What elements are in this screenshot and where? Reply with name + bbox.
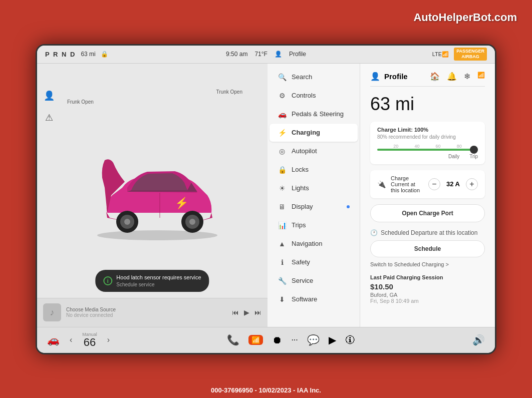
prnd-display: P R N D bbox=[45, 51, 76, 58]
menu-display-label: Display bbox=[292, 203, 313, 210]
header-icons: 🏠 🔔 ❄ 📶 bbox=[430, 72, 485, 81]
lights-icon: ☀ bbox=[278, 184, 287, 192]
charge-slider-track[interactable] bbox=[377, 149, 478, 151]
snowflake-icon[interactable]: ❄ bbox=[464, 72, 470, 81]
prev-speed-arrow[interactable]: ‹ bbox=[70, 335, 72, 344]
next-speed-arrow[interactable]: › bbox=[107, 335, 110, 344]
profile-person-icon: 👤 bbox=[370, 72, 380, 81]
menu-trips-label: Trips bbox=[292, 221, 306, 229]
pedals-icon: 🚗 bbox=[278, 110, 287, 118]
play-button[interactable]: ▶ bbox=[244, 308, 249, 316]
menu-software[interactable]: ⬇ Software bbox=[270, 290, 358, 308]
menu-lights-label: Lights bbox=[292, 184, 309, 192]
media-info: Choose Media Source No device connected bbox=[66, 307, 227, 318]
profile-header-title: Profile bbox=[384, 72, 426, 81]
charge-current-value: 32 A bbox=[446, 180, 460, 188]
info-icon[interactable]: 🛈 bbox=[345, 335, 355, 345]
plug-icon: 🔌 bbox=[377, 180, 386, 188]
charge-limit-subtitle: 80% recommended for daily driving bbox=[377, 134, 478, 140]
menu-autopilot-label: Autopilot bbox=[292, 147, 317, 155]
menu-autopilot[interactable]: ◎ Autopilot bbox=[270, 142, 358, 160]
speed-value: 66 bbox=[84, 337, 96, 348]
menu-navigation-label: Navigation bbox=[292, 240, 322, 247]
menu-trips[interactable]: 📊 Trips bbox=[270, 216, 358, 234]
scheduled-title-text: Scheduled Departure at this location bbox=[381, 229, 477, 236]
menu-safety[interactable]: ℹ Safety bbox=[270, 253, 358, 271]
taskbar: 🚗 ‹ Manual 66 › 📞 📶 ⏺ ··· 💬 ▶ 🛈 🔊 bbox=[37, 327, 495, 353]
audio-icon[interactable]: 📶 bbox=[248, 335, 263, 345]
trip-label: Trip bbox=[469, 154, 478, 159]
menu-search[interactable]: 🔍 Search bbox=[270, 68, 358, 86]
phone-icon[interactable]: 📞 bbox=[227, 335, 239, 345]
slider-labels: 20 40 60 80 bbox=[377, 144, 478, 149]
menu-service[interactable]: 🔧 Service bbox=[270, 272, 358, 290]
taskbar-center: 📞 📶 ⏺ ··· 💬 ▶ 🛈 bbox=[120, 335, 462, 345]
schedule-button[interactable]: Schedule bbox=[370, 240, 485, 257]
charge-slider-thumb[interactable] bbox=[470, 146, 478, 154]
alert-action[interactable]: Schedule service bbox=[116, 281, 201, 288]
main-content: 👤 ⚠ Frunk Open Trunk Open bbox=[37, 64, 495, 327]
menu-safety-label: Safety bbox=[292, 258, 310, 266]
navigation-icon: ▲ bbox=[278, 240, 287, 248]
service-icon: 🔧 bbox=[278, 277, 287, 285]
media-source[interactable]: Choose Media Source bbox=[66, 307, 227, 312]
lte-icon: LTE📶 bbox=[432, 51, 449, 58]
frunk-label: Frunk Open bbox=[67, 99, 94, 105]
car-icon: 🚗 bbox=[47, 335, 60, 345]
last-session-location: Buford, GA bbox=[370, 292, 485, 298]
charge-current-controls: − 32 A + bbox=[428, 178, 478, 190]
scheduled-section: 🕐 Scheduled Departure at this location S… bbox=[370, 229, 485, 267]
last-session-section: Last Paid Charging Session $10.50 Buford… bbox=[370, 274, 485, 304]
media-status: No device connected bbox=[66, 312, 227, 318]
clock-icon: 🕐 bbox=[370, 229, 378, 236]
autopilot-icon: ◎ bbox=[278, 147, 287, 155]
open-charge-port-button[interactable]: Open Charge Port bbox=[370, 204, 485, 222]
bell-icon[interactable]: 🔔 bbox=[447, 72, 457, 81]
menu-charging[interactable]: ⚡ Charging bbox=[270, 124, 358, 142]
menu-controls[interactable]: ⚙ Controls bbox=[270, 87, 358, 105]
charge-current-section: 🔌 Charge Current at this location − 32 A… bbox=[370, 170, 485, 198]
switch-charging-link[interactable]: Switch to Scheduled Charging > bbox=[370, 261, 485, 267]
watermark: AutoHelperBot.com bbox=[413, 11, 517, 24]
last-session-date: Fri, Sep 8 10:49 am bbox=[370, 298, 485, 304]
daily-label: Daily bbox=[448, 154, 459, 159]
car-illustration: ⚡ 🔓 bbox=[77, 148, 227, 243]
bottom-label: 000-37696950 - 10/02/2023 - IAA Inc. bbox=[211, 386, 321, 394]
menu-display[interactable]: 🖥 Display bbox=[270, 198, 358, 216]
menu-software-label: Software bbox=[292, 295, 317, 303]
charging-detail-panel: 👤 Profile 🏠 🔔 ❄ 📶 63 mi Charge Limit: 10… bbox=[360, 64, 495, 327]
scheduled-title: 🕐 Scheduled Departure at this location bbox=[370, 229, 485, 236]
daily-trip-labels: Daily Trip bbox=[377, 154, 478, 159]
charge-slider-fill bbox=[377, 149, 478, 151]
range-display: 63 mi bbox=[370, 94, 485, 115]
menu-search-label: Search bbox=[292, 73, 312, 81]
prev-button[interactable]: ⏮ bbox=[232, 308, 239, 316]
music-icon: ♪ bbox=[43, 303, 61, 321]
charge-increase-button[interactable]: + bbox=[466, 178, 478, 190]
media-controls: ⏮ ▶ ⏭ bbox=[232, 308, 261, 316]
camera-icon[interactable]: ⏺ bbox=[272, 335, 282, 345]
menu-lights[interactable]: ☀ Lights bbox=[270, 179, 358, 197]
controls-icon: ⚙ bbox=[278, 92, 287, 100]
trips-icon: 📊 bbox=[278, 221, 287, 229]
time-display: 9:50 am bbox=[226, 51, 247, 58]
safety-icon: ℹ bbox=[278, 258, 287, 266]
menu-locks[interactable]: 🔒 Locks bbox=[270, 161, 358, 179]
trunk-label: Trunk Open bbox=[216, 89, 242, 95]
home-icon[interactable]: 🏠 bbox=[430, 72, 440, 81]
charge-decrease-button[interactable]: − bbox=[428, 178, 440, 190]
next-button[interactable]: ⏭ bbox=[254, 308, 261, 316]
menu-panel: 🔍 Search ⚙ Controls 🚗 Pedals & Steering … bbox=[268, 64, 360, 327]
search-icon: 🔍 bbox=[278, 73, 287, 81]
menu-navigation[interactable]: ▲ Navigation bbox=[270, 235, 358, 253]
menu-locks-label: Locks bbox=[292, 166, 309, 173]
more-icon[interactable]: ··· bbox=[291, 336, 298, 344]
charge-slider-container: 20 40 60 80 bbox=[377, 144, 478, 151]
volume-icon[interactable]: 🔊 bbox=[472, 335, 485, 345]
profile-label[interactable]: Profile bbox=[289, 51, 306, 58]
menu-pedals[interactable]: 🚗 Pedals & Steering bbox=[270, 105, 358, 123]
message-icon[interactable]: 💬 bbox=[307, 335, 320, 345]
car-button[interactable]: 🚗 bbox=[47, 335, 60, 345]
media-play-icon[interactable]: ▶ bbox=[329, 335, 336, 345]
range-status: 63 mi bbox=[81, 51, 95, 58]
